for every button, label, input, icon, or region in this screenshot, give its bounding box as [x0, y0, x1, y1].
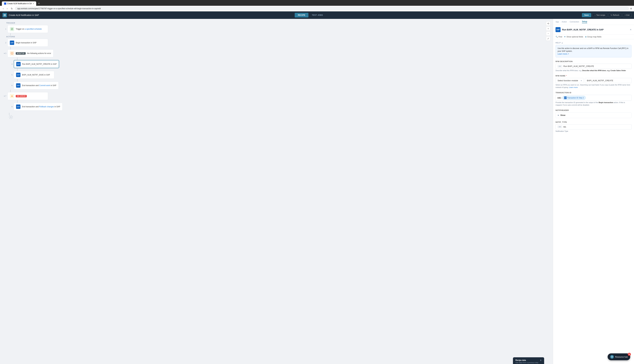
step-8-row: 8 SAP End transaction and Rollback chang… — [9, 103, 62, 110]
url-text: app.workato.com/recipes/17760787-trigger… — [17, 8, 101, 10]
rfm-name-input[interactable]: BAPI_ALM_NOTIF_CREATE — [585, 78, 632, 83]
help-chevron-up-icon: ▲ — [561, 42, 563, 44]
end-rollback-link: Rollback changes — [39, 106, 54, 108]
test-recipe-label: Test recipe — [596, 14, 605, 16]
transaction-id-input[interactable]: ABC SAP Transaction ID Step 2 — [556, 95, 632, 101]
step-8-container: 8 SAP End transaction and Rollback chang… — [3, 103, 550, 111]
help-label: HELP — [556, 42, 561, 44]
setup-content[interactable]: HELP ▲ Use this action to discover and r… — [553, 39, 634, 364]
help-text: Use this action to discover and run a BA… — [558, 47, 628, 52]
svg-rect-3 — [5, 15, 6, 16]
step-5-card[interactable]: SAP BAPI_ALM_NOTIF_SAVE in SAP — [14, 71, 54, 79]
help-header[interactable]: HELP ▲ — [556, 42, 632, 44]
trigger-section-label: TRIGGER — [6, 22, 550, 24]
nav-setup[interactable]: Setup — [582, 20, 587, 23]
step-6-row: 6 SAP End transaction and Commit work in… — [9, 82, 59, 89]
reload-btn[interactable]: ↻ — [10, 7, 14, 10]
rfm-name-learn-more-link[interactable]: Learn more — [569, 86, 578, 88]
notif-type-input[interactable]: ABC M1 — [556, 124, 632, 130]
notifheader-chevron-right-icon: ▶ — [558, 114, 559, 116]
help-learn-more-link[interactable]: Learn more ↗ — [558, 52, 569, 55]
connector-2-3 — [10, 47, 10, 50]
end-commit-pre: End transaction and — [22, 84, 39, 86]
transaction-abc-badge: ABC — [557, 97, 562, 99]
nav-connection[interactable]: Connection — [570, 21, 579, 23]
step-3-row: ▾ 3 MONITOR the following actions for er… — [3, 50, 54, 57]
recipe-data-toggle[interactable]: ⬍ — [540, 359, 542, 362]
actions-section-label: ACTIONS — [6, 36, 550, 38]
resource-hub-badge: 35 — [628, 353, 631, 356]
tab-close-btn[interactable]: × — [33, 2, 34, 5]
nav-arrow-2: → — [568, 21, 569, 23]
step-5-number: 5 — [9, 74, 12, 76]
step-1-row: 1 Trigger on a specified schedule — [3, 25, 48, 33]
connector-7-8 — [17, 100, 18, 103]
nav-arrow-3: → — [580, 21, 581, 23]
rfm-description-label: RFM description — [556, 60, 632, 62]
url-bar[interactable]: app.workato.com/recipes/17760787-trigger… — [15, 7, 629, 10]
save-button[interactable]: Save — [582, 13, 591, 17]
step-8-card[interactable]: SAP End transaction and Rollback changes… — [14, 103, 62, 110]
transaction-id-chip[interactable]: SAP Transaction ID Step 2 — [562, 96, 586, 100]
nav-action[interactable]: Action — [562, 21, 567, 23]
setup-close-btn[interactable]: × — [630, 28, 632, 31]
final-connector — [9, 113, 9, 115]
resource-hub-button[interactable]: Resource hub 35 — [608, 354, 630, 360]
end-commit-post: in SAP — [50, 84, 56, 86]
back-btn[interactable]: ‹ — [2, 7, 4, 10]
step-7-card[interactable]: ON ERROR — [8, 92, 48, 100]
rfm-description-hint: Describe what this RFM does. e.g. Descri… — [556, 70, 632, 72]
recipe-data-title: Recipe data — [516, 359, 538, 361]
step-7-row: ▾ 7 ON ERROR — [3, 92, 48, 100]
svg-rect-2 — [4, 15, 4, 16]
notifheader-label: NOTIFHEADER — [556, 109, 632, 111]
forward-btn[interactable]: › — [6, 7, 8, 10]
step-4-number: 4 — [9, 63, 12, 65]
tab-test-jobs[interactable]: TEST JOBS — [309, 13, 326, 18]
recipe-canvas[interactable]: ⟲ + − ⤢ TRIGGER 1 Trigger o — [0, 19, 553, 364]
step-6-card[interactable]: SAP End transaction and Commit work in S… — [14, 82, 59, 89]
new-tab-btn[interactable]: + — [37, 1, 41, 6]
step-4-label: Run BAPI_ALM_NOTIF_CREATE in SAP — [22, 63, 57, 65]
end-commit-link: Commit work — [39, 84, 50, 86]
step-2-row: 2 SAP Begin transaction in SAP — [3, 39, 48, 47]
function-module-select[interactable]: Select function module — [556, 78, 584, 83]
rfm-description-input[interactable]: ABC Run BAPI_ALM_NOTIF_CREATE — [556, 64, 632, 69]
show-optional-label: Show optional fields — [566, 36, 583, 38]
step-3-container: ▾ 3 MONITOR the following actions for er… — [3, 50, 550, 60]
svg-rect-5 — [11, 52, 13, 54]
add-step-button[interactable]: + — [9, 115, 13, 119]
step-6-sap-icon: SAP — [16, 83, 20, 88]
exit-button[interactable]: × Exit — [622, 13, 632, 17]
setup-header: SAP Run BAPI_ALM_NOTIF_CREATE in SAP × — [553, 25, 634, 34]
rfm-name-select-wrapper: Select function module ▼ — [556, 78, 584, 83]
show-optional-btn[interactable]: 👁 Show optional fields — [564, 36, 583, 38]
find-label: Find — [558, 36, 562, 38]
step-5-row: 5 SAP BAPI_ALM_NOTIF_SAVE in SAP — [9, 71, 54, 79]
tab-recipe[interactable]: RECIPE — [295, 13, 308, 18]
refresh-button[interactable]: ↻ Refresh — [608, 13, 621, 17]
error-badge: ON ERROR — [16, 95, 27, 97]
group-map-btn[interactable]: ⊞ Group map fields — [585, 36, 602, 38]
map-icon: ⊞ — [585, 36, 586, 38]
trigger-link: a specified schedule — [25, 28, 42, 30]
browser-actions: ⚙ — [630, 7, 632, 10]
step-3-card[interactable]: MONITOR the following actions for error — [8, 50, 54, 57]
transaction-id-section: Transaction ID ABC SAP Transaction ID St… — [556, 92, 632, 106]
header-tabs: RECIPE TEST JOBS — [295, 13, 326, 18]
step-2-card[interactable]: SAP Begin transaction in SAP — [8, 39, 48, 47]
step-4-card[interactable]: SAP Run BAPI_ALM_NOTIF_CREATE in SAP — [14, 60, 59, 68]
notifheader-toggle[interactable]: ▶ Show — [556, 112, 631, 118]
test-recipe-button[interactable]: ○ Test recipe — [592, 13, 607, 17]
step-1-card[interactable]: Trigger on a specified schedule — [8, 25, 48, 33]
header-actions: Save ○ Test recipe ↻ Refresh × Exit — [582, 13, 632, 17]
trigger-pre: Trigger on — [16, 28, 25, 30]
group-map-label: Group map fields — [587, 36, 602, 38]
exit-label: Exit — [626, 14, 630, 16]
find-btn[interactable]: 🔍 Find — [556, 36, 562, 38]
browser-tab-active[interactable]: Create ALM Notification in SA × — [2, 2, 36, 6]
nav-app[interactable]: App — [556, 21, 559, 23]
tab-favicon — [4, 2, 6, 5]
step-6-label: End transaction and Commit work in SAP — [22, 84, 56, 86]
setup-nav: App → Action → Connection → Setup — [553, 19, 634, 25]
